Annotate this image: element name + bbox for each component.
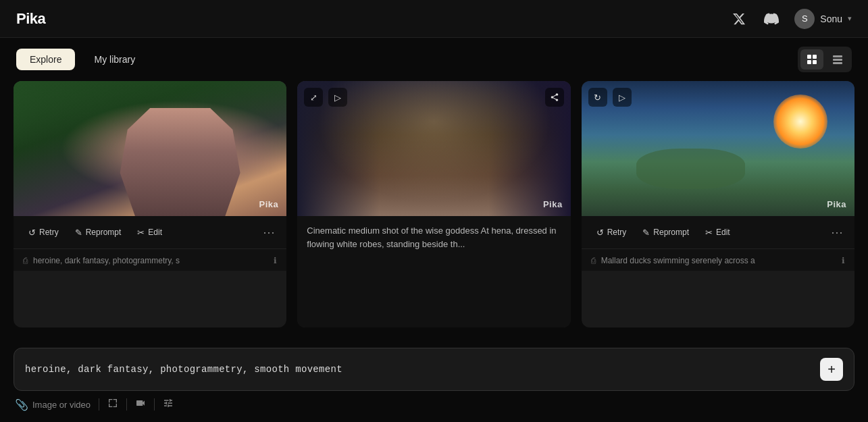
grid-view-toggle[interactable]	[800, 49, 823, 70]
card-1-reprompt-button[interactable]: ✎ Reprompt	[68, 223, 128, 242]
card-1-caption: ⎙ heroine, dark fantasy, photogrammetry,…	[14, 248, 286, 271]
card-3-watermark: Pika	[827, 199, 846, 209]
view-toggles	[798, 47, 852, 72]
card-3-retry-button[interactable]: ↺ Retry	[590, 223, 634, 242]
card-3-caption-icon: ⎙	[591, 256, 596, 265]
nav-tabs: Explore My library	[16, 49, 149, 70]
logo: Pika	[16, 10, 45, 28]
svg-rect-1	[813, 55, 817, 59]
card-3-caption: ⎙ Mallard ducks swimming serenely across…	[582, 248, 854, 271]
edit-icon: ✂	[137, 228, 145, 238]
info-icon: ℹ	[274, 256, 277, 265]
list-view-toggle[interactable]	[826, 49, 849, 70]
card-1-more-button[interactable]: ⋯	[259, 223, 278, 242]
retry-icon: ↺	[28, 228, 36, 238]
toolbar: 📎 Image or video	[14, 398, 854, 411]
play-icon[interactable]: ▷	[328, 88, 347, 107]
card-1-image: Pika	[14, 81, 286, 216]
media-label: Image or video	[32, 400, 91, 410]
user-menu[interactable]: S Sonu ▾	[794, 9, 852, 29]
sliders-icon	[163, 398, 174, 411]
input-area: heroine, dark fantasy, photogrammetry, s…	[0, 340, 868, 422]
caption-icon: ⎙	[23, 256, 28, 265]
card-3-image: ↻ ▷ Pika	[582, 81, 854, 216]
avatar: S	[794, 9, 815, 29]
card-3: ↻ ▷ Pika ↺ Retry ✎ Reprompt ✂ Edit ⋯ ⎙ M…	[582, 81, 854, 327]
svg-rect-2	[807, 60, 811, 64]
card-3-edit-button[interactable]: ✂ Edit	[698, 223, 737, 242]
prompt-box: heroine, dark fantasy, photogrammetry, s…	[14, 348, 854, 391]
card-3-info-icon: ℹ	[842, 256, 845, 265]
x-icon[interactable]	[730, 9, 748, 28]
prompt-add-button[interactable]: +	[820, 358, 843, 381]
expand-icon[interactable]: ⤢	[304, 88, 323, 107]
card-3-reprompt-icon: ✎	[642, 228, 650, 238]
svg-rect-6	[833, 62, 842, 64]
discord-icon[interactable]	[762, 9, 781, 28]
card-2-watermark: Pika	[543, 199, 563, 209]
chevron-down-icon: ▾	[848, 14, 852, 23]
settings-button[interactable]	[163, 398, 174, 411]
card-3-edit-icon: ✂	[705, 228, 713, 238]
gallery: Pika ↺ Retry ✎ Reprompt ✂ Edit ⋯ ⎙ heroi…	[0, 81, 868, 327]
card-3-actions: ↺ Retry ✎ Reprompt ✂ Edit ⋯	[582, 216, 854, 248]
svg-rect-5	[833, 59, 842, 61]
nav-bar: Explore My library	[0, 38, 868, 81]
header-right: S Sonu ▾	[730, 9, 852, 29]
reprompt-icon: ✎	[75, 228, 82, 238]
prompt-text[interactable]: heroine, dark fantasy, photogrammetry, s…	[25, 364, 820, 375]
svg-rect-3	[813, 60, 817, 64]
toolbar-divider-2	[126, 398, 127, 411]
caption-text: heroine, dark fantasy, photogrammetry, s	[33, 256, 268, 265]
card-1-edit-button[interactable]: ✂ Edit	[130, 223, 169, 242]
toolbar-divider-3	[154, 398, 155, 411]
svg-rect-0	[807, 55, 811, 59]
card-2-overlay-icons: ⤢ ▷	[304, 88, 347, 107]
card-3-more-button[interactable]: ⋯	[827, 223, 846, 242]
card-1-actions: ↺ Retry ✎ Reprompt ✂ Edit ⋯	[14, 216, 286, 248]
card-3-refresh-icon[interactable]: ↻	[588, 88, 607, 107]
explore-tab[interactable]: Explore	[16, 49, 75, 70]
toolbar-divider-1	[99, 398, 99, 411]
card-2-description: Cinematic medium shot of the wise goddes…	[297, 216, 570, 327]
header: Pika S Sonu ▾	[0, 0, 868, 38]
my-library-tab[interactable]: My library	[80, 49, 149, 70]
camera-button[interactable]	[135, 398, 146, 411]
card-2: ⤢ ▷ Pika Cinematic medium shot of the wi…	[297, 81, 570, 327]
card-3-play-icon[interactable]: ▷	[613, 88, 632, 107]
card-1-watermark: Pika	[259, 199, 279, 209]
paperclip-icon: 📎	[15, 398, 28, 411]
card-3-caption-text: Mallard ducks swimming serenely across a	[601, 256, 836, 265]
card-3-overlay-icons: ↻ ▷	[588, 88, 632, 107]
card-2-image: ⤢ ▷ Pika	[297, 81, 570, 216]
svg-rect-4	[833, 55, 842, 57]
card-1-retry-button[interactable]: ↺ Retry	[22, 223, 66, 242]
card-3-retry-icon: ↺	[596, 228, 604, 238]
media-upload-button[interactable]: 📎 Image or video	[15, 398, 91, 411]
card-3-reprompt-button[interactable]: ✎ Reprompt	[636, 223, 696, 242]
resize-icon	[107, 398, 118, 411]
card-1: Pika ↺ Retry ✎ Reprompt ✂ Edit ⋯ ⎙ heroi…	[14, 81, 286, 327]
resize-button[interactable]	[107, 398, 118, 411]
camera-icon	[135, 398, 146, 411]
share-button[interactable]	[545, 88, 564, 107]
user-name: Sonu	[820, 14, 842, 24]
card-1-visual	[14, 81, 286, 216]
